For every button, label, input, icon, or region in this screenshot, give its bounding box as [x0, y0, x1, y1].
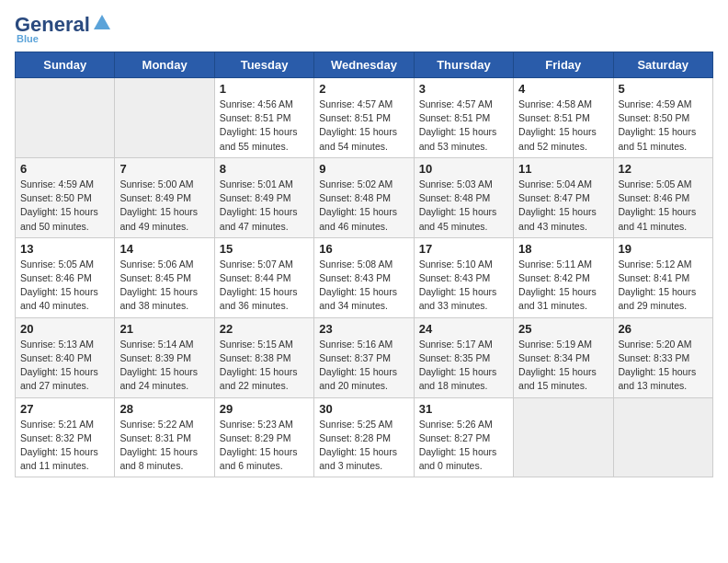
- day-number: 26: [619, 322, 708, 336]
- sunset: Sunset: 8:49 PM: [119, 192, 191, 203]
- calendar-cell: 23Sunrise: 5:16 AMSunset: 8:37 PMDayligh…: [314, 317, 414, 397]
- sunset: Sunset: 8:34 PM: [518, 352, 590, 363]
- calendar-cell: [514, 397, 613, 477]
- calendar-cell: 19Sunrise: 5:12 AMSunset: 8:41 PMDayligh…: [613, 237, 712, 317]
- calendar-cell: 2Sunrise: 4:57 AMSunset: 8:51 PMDaylight…: [314, 78, 414, 158]
- sunrise: Sunrise: 5:14 AM: [119, 339, 193, 350]
- daylight: Daylight: 15 hours and 51 minutes.: [619, 126, 697, 151]
- calendar-cell: [16, 78, 115, 158]
- sunrise: Sunrise: 5:16 AM: [319, 339, 392, 350]
- daylight: Daylight: 15 hours and 13 minutes.: [619, 366, 697, 391]
- day-number: 5: [619, 82, 708, 96]
- daylight: Daylight: 15 hours and 29 minutes.: [619, 286, 697, 311]
- calendar-cell: 28Sunrise: 5:22 AMSunset: 8:31 PMDayligh…: [115, 397, 214, 477]
- sunrise: Sunrise: 5:19 AM: [518, 339, 592, 350]
- sunrise: Sunrise: 5:04 AM: [518, 178, 592, 190]
- sunrise: Sunrise: 5:17 AM: [419, 339, 493, 350]
- day-info: Sunrise: 5:10 AMSunset: 8:43 PMDaylight:…: [419, 258, 508, 314]
- day-info: Sunrise: 5:12 AMSunset: 8:41 PMDaylight:…: [619, 258, 708, 314]
- sunset: Sunset: 8:51 PM: [419, 112, 491, 123]
- day-number: 27: [20, 402, 109, 416]
- weekday-header-friday: Friday: [514, 52, 613, 78]
- calendar-cell: 31Sunrise: 5:26 AMSunset: 8:27 PMDayligh…: [414, 397, 513, 477]
- calendar-cell: 8Sunrise: 5:01 AMSunset: 8:49 PMDaylight…: [214, 157, 313, 237]
- calendar-cell: 5Sunrise: 4:59 AMSunset: 8:50 PMDaylight…: [613, 78, 712, 158]
- calendar-cell: 29Sunrise: 5:23 AMSunset: 8:29 PMDayligh…: [214, 397, 313, 477]
- day-info: Sunrise: 4:57 AMSunset: 8:51 PMDaylight:…: [419, 98, 508, 154]
- day-number: 25: [518, 322, 608, 336]
- daylight: Daylight: 15 hours and 50 minutes.: [20, 206, 98, 231]
- weekday-header-thursday: Thursday: [414, 52, 513, 78]
- day-number: 18: [518, 242, 608, 256]
- sunrise: Sunrise: 5:20 AM: [619, 339, 692, 350]
- daylight: Daylight: 15 hours and 45 minutes.: [419, 206, 497, 231]
- sunset: Sunset: 8:35 PM: [419, 352, 491, 363]
- day-number: 2: [319, 82, 408, 96]
- daylight: Daylight: 15 hours and 22 minutes.: [220, 366, 298, 391]
- day-number: 1: [220, 82, 309, 96]
- weekday-header-sunday: Sunday: [16, 52, 115, 78]
- day-number: 13: [20, 242, 109, 256]
- daylight: Daylight: 15 hours and 41 minutes.: [619, 206, 697, 231]
- day-info: Sunrise: 4:59 AMSunset: 8:50 PMDaylight:…: [20, 178, 109, 234]
- day-number: 16: [319, 242, 408, 256]
- calendar-week-row: 27Sunrise: 5:21 AMSunset: 8:32 PMDayligh…: [16, 397, 713, 477]
- daylight: Daylight: 15 hours and 54 minutes.: [319, 126, 397, 151]
- sunrise: Sunrise: 5:12 AM: [619, 259, 692, 270]
- day-number: 3: [419, 82, 508, 96]
- day-info: Sunrise: 5:11 AMSunset: 8:42 PMDaylight:…: [518, 258, 608, 314]
- sunset: Sunset: 8:49 PM: [220, 192, 291, 203]
- daylight: Daylight: 15 hours and 27 minutes.: [20, 366, 98, 391]
- weekday-header-wednesday: Wednesday: [314, 52, 414, 78]
- day-info: Sunrise: 5:15 AMSunset: 8:38 PMDaylight:…: [220, 338, 309, 394]
- calendar-cell: 25Sunrise: 5:19 AMSunset: 8:34 PMDayligh…: [514, 317, 613, 397]
- logo: General Blue: [15, 15, 112, 44]
- day-number: 29: [220, 402, 309, 416]
- calendar-cell: [115, 78, 214, 158]
- calendar-cell: 3Sunrise: 4:57 AMSunset: 8:51 PMDaylight…: [414, 78, 513, 158]
- day-info: Sunrise: 5:23 AMSunset: 8:29 PMDaylight:…: [220, 418, 309, 474]
- weekday-header-row: SundayMondayTuesdayWednesdayThursdayFrid…: [16, 52, 713, 78]
- sunset: Sunset: 8:40 PM: [20, 352, 92, 363]
- daylight: Daylight: 15 hours and 49 minutes.: [119, 206, 198, 231]
- day-number: 12: [619, 162, 708, 176]
- day-info: Sunrise: 5:03 AMSunset: 8:48 PMDaylight:…: [419, 178, 508, 234]
- sunrise: Sunrise: 5:23 AM: [220, 419, 293, 430]
- calendar-cell: 16Sunrise: 5:08 AMSunset: 8:43 PMDayligh…: [314, 237, 414, 317]
- sunset: Sunset: 8:27 PM: [419, 432, 491, 443]
- day-info: Sunrise: 5:16 AMSunset: 8:37 PMDaylight:…: [319, 338, 408, 394]
- sunrise: Sunrise: 4:56 AM: [220, 98, 293, 109]
- daylight: Daylight: 15 hours and 46 minutes.: [319, 206, 397, 231]
- sunset: Sunset: 8:50 PM: [619, 112, 690, 123]
- day-number: 30: [319, 402, 408, 416]
- calendar-cell: 27Sunrise: 5:21 AMSunset: 8:32 PMDayligh…: [16, 397, 115, 477]
- calendar-cell: 1Sunrise: 4:56 AMSunset: 8:51 PMDaylight…: [214, 78, 313, 158]
- day-info: Sunrise: 4:59 AMSunset: 8:50 PMDaylight:…: [619, 98, 708, 154]
- sunset: Sunset: 8:33 PM: [619, 352, 690, 363]
- day-info: Sunrise: 5:14 AMSunset: 8:39 PMDaylight:…: [119, 338, 209, 394]
- calendar-cell: 14Sunrise: 5:06 AMSunset: 8:45 PMDayligh…: [115, 237, 214, 317]
- calendar-cell: 13Sunrise: 5:05 AMSunset: 8:46 PMDayligh…: [16, 237, 115, 317]
- sunset: Sunset: 8:43 PM: [419, 272, 491, 283]
- day-number: 23: [319, 322, 408, 336]
- calendar-cell: 17Sunrise: 5:10 AMSunset: 8:43 PMDayligh…: [414, 237, 513, 317]
- page-header: General Blue: [15, 15, 713, 44]
- daylight: Daylight: 15 hours and 36 minutes.: [220, 286, 298, 311]
- weekday-header-saturday: Saturday: [613, 52, 712, 78]
- day-number: 22: [220, 322, 309, 336]
- sunset: Sunset: 8:48 PM: [319, 192, 391, 203]
- calendar-cell: 12Sunrise: 5:05 AMSunset: 8:46 PMDayligh…: [613, 157, 712, 237]
- day-info: Sunrise: 5:06 AMSunset: 8:45 PMDaylight:…: [119, 258, 209, 314]
- day-number: 17: [419, 242, 508, 256]
- day-info: Sunrise: 5:02 AMSunset: 8:48 PMDaylight:…: [319, 178, 408, 234]
- sunset: Sunset: 8:46 PM: [619, 192, 690, 203]
- calendar-cell: 11Sunrise: 5:04 AMSunset: 8:47 PMDayligh…: [514, 157, 613, 237]
- sunset: Sunset: 8:51 PM: [220, 112, 291, 123]
- day-number: 15: [220, 242, 309, 256]
- sunset: Sunset: 8:51 PM: [319, 112, 391, 123]
- sunrise: Sunrise: 5:11 AM: [518, 259, 592, 270]
- day-number: 11: [518, 162, 608, 176]
- sunset: Sunset: 8:47 PM: [518, 192, 590, 203]
- daylight: Daylight: 15 hours and 38 minutes.: [119, 286, 198, 311]
- daylight: Daylight: 15 hours and 55 minutes.: [220, 126, 298, 151]
